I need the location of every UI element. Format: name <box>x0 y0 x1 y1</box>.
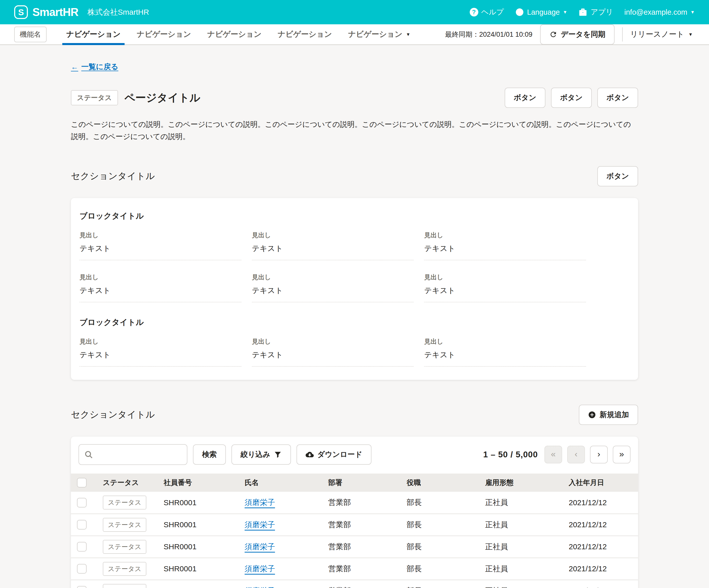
field-label: 見出し <box>252 273 414 281</box>
nav-tab-3[interactable]: ナビゲーション <box>199 24 269 44</box>
page-header-buttons: ボタン ボタン ボタン <box>505 88 638 108</box>
table-row: ステータス SHR0001 須磨栄子 営業部 部長 正社員 2021/12/12 <box>71 492 638 514</box>
department-cell: 営業部 <box>324 514 402 536</box>
field-item: 見出し テキスト <box>424 273 586 302</box>
row-checkbox[interactable] <box>77 498 86 507</box>
field-label: 見出し <box>252 231 414 239</box>
department-cell: 営業部 <box>324 580 402 588</box>
field-grid-2: 見出し テキスト 見出し テキスト 見出し テキスト <box>80 337 586 367</box>
back-to-list-link[interactable]: ← 一覧に戻る <box>71 62 118 72</box>
page-action-button-1[interactable]: ボタン <box>505 88 546 108</box>
company-name: 株式会社SmartHR <box>87 7 149 18</box>
page-action-button-3[interactable]: ボタン <box>597 88 638 108</box>
sync-data-label: データを同期 <box>561 29 605 39</box>
smarthr-logo-icon: S <box>14 5 28 19</box>
section-action-button[interactable]: ボタン <box>597 166 638 186</box>
filter-funnel-icon <box>274 451 282 459</box>
help-label: ヘルプ <box>481 7 504 17</box>
status-badge: ステータス <box>103 562 147 576</box>
search-input[interactable] <box>97 450 182 459</box>
field-item: 見出し テキスト <box>80 273 241 302</box>
nav-tab-1[interactable]: ナビゲーション <box>58 24 129 44</box>
search-box <box>78 444 187 465</box>
nav-tab-4[interactable]: ナビゲーション <box>270 24 340 44</box>
next-page-button[interactable]: › <box>590 446 608 463</box>
smarthr-logo[interactable]: S SmartHR <box>14 5 78 19</box>
filter-button[interactable]: 絞り込み <box>232 445 291 465</box>
section-title-list: セクションタイトル <box>71 408 155 421</box>
field-value: テキスト <box>252 350 414 360</box>
chevron-down-icon: ▼ <box>688 32 693 37</box>
column-header-department: 部署 <box>324 474 402 492</box>
add-new-button[interactable]: 新規追加 <box>579 405 638 425</box>
cloud-download-icon <box>306 451 314 459</box>
table-toolbar: 検索 絞り込み ダウンロード 1 – 50 / 5,000 « ‹ › » <box>71 444 638 465</box>
prev-page-button[interactable]: ‹ <box>567 446 585 463</box>
help-icon: ? <box>470 8 478 17</box>
employee-name-link[interactable]: 須磨栄子 <box>244 498 275 506</box>
employee-id-cell: SHR0001 <box>159 536 240 558</box>
field-item: 見出し テキスト <box>80 231 241 260</box>
employee-id-cell: SHR0001 <box>159 514 240 536</box>
chevron-down-icon: ▼ <box>690 10 695 15</box>
release-notes-dropdown[interactable]: リリースノート ▼ <box>630 29 695 39</box>
row-checkbox[interactable] <box>77 564 86 573</box>
block-title-2: ブロックタイトル <box>80 317 629 328</box>
chevron-down-icon: ▼ <box>406 32 411 37</box>
employee-name-link[interactable]: 須磨栄子 <box>244 542 275 551</box>
header-right-menu: ? ヘルプ Language ▼ アプリ info@example.com ▼ <box>470 7 695 17</box>
position-cell: 部長 <box>402 514 481 536</box>
select-all-checkbox[interactable] <box>77 478 86 487</box>
field-grid-1: 見出し テキスト 見出し テキスト 見出し テキスト 見出し テキスト 見出し … <box>80 231 586 302</box>
help-menu-item[interactable]: ? ヘルプ <box>470 7 504 17</box>
employment-type-cell: 正社員 <box>481 580 564 588</box>
account-email: info@example.com <box>625 8 687 17</box>
first-page-button[interactable]: « <box>544 446 562 463</box>
field-value: テキスト <box>80 285 241 296</box>
last-page-button[interactable]: » <box>613 446 631 463</box>
apps-menu-item[interactable]: アプリ <box>578 7 613 17</box>
download-button[interactable]: ダウンロード <box>296 445 371 465</box>
position-cell: 部長 <box>402 558 481 580</box>
sync-data-button[interactable]: データを同期 <box>540 24 614 45</box>
hire-date-cell: 2021/12/12 <box>564 514 638 536</box>
status-badge: ステータス <box>103 584 147 588</box>
divider <box>622 27 623 42</box>
field-item: 見出し テキスト <box>424 231 586 260</box>
department-cell: 営業部 <box>324 536 402 558</box>
back-arrow-icon: ← <box>71 63 78 71</box>
employee-id-cell: SHR0001 <box>159 558 240 580</box>
language-menu-item[interactable]: Language ▼ <box>515 8 568 17</box>
field-label: 見出し <box>424 231 586 239</box>
department-cell: 営業部 <box>324 492 402 514</box>
row-checkbox[interactable] <box>77 586 86 588</box>
row-checkbox[interactable] <box>77 542 86 552</box>
language-label: Language <box>527 8 560 17</box>
apps-label: アプリ <box>590 7 613 17</box>
column-header-employment-type: 雇用形態 <box>481 474 564 492</box>
page-action-button-2[interactable]: ボタン <box>551 88 592 108</box>
position-cell: 部長 <box>402 536 481 558</box>
employee-name-link[interactable]: 須磨栄子 <box>244 520 275 529</box>
field-label: 見出し <box>80 231 241 239</box>
employee-name-link[interactable]: 須磨栄子 <box>244 586 275 588</box>
search-button[interactable]: 検索 <box>193 445 226 465</box>
nav-tab-5[interactable]: ナビゲーション ▼ <box>340 24 419 44</box>
account-menu-item[interactable]: info@example.com ▼ <box>625 8 695 17</box>
pagination: 1 – 50 / 5,000 « ‹ › » <box>483 446 631 463</box>
nav-tab-label: ナビゲーション <box>278 29 332 39</box>
field-label: 見出し <box>424 337 586 346</box>
employee-name-link[interactable]: 須磨栄子 <box>244 564 275 573</box>
hire-date-cell: 2021/12/12 <box>564 580 638 588</box>
page-description: このページについての説明。このページについての説明。このページについての説明。こ… <box>71 118 638 143</box>
field-item: 見出し テキスト <box>252 273 414 302</box>
field-value: テキスト <box>424 285 586 296</box>
nav-tab-label: ナビゲーション <box>348 29 402 39</box>
section-title-info: セクションタイトル <box>71 170 155 182</box>
nav-tab-2[interactable]: ナビゲーション <box>129 24 199 44</box>
table-row: ステータス SHR0001 須磨栄子 営業部 部長 正社員 2021/12/12 <box>71 536 638 558</box>
field-label: 見出し <box>424 273 586 281</box>
column-header-status: ステータス <box>99 474 159 492</box>
row-checkbox[interactable] <box>77 520 86 530</box>
field-value: テキスト <box>252 285 414 296</box>
